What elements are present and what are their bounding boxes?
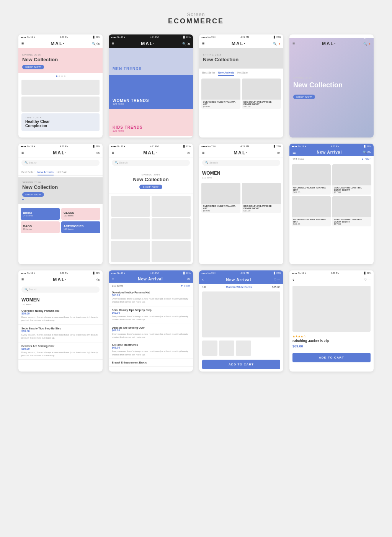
status-center: 4:21 PM bbox=[331, 36, 339, 38]
nav-icons[interactable]: ♡ ⋯ bbox=[364, 278, 371, 282]
cat-bags[interactable]: BAGS 93 items bbox=[21, 221, 60, 233]
product-card-4[interactable]: BDG DOLPHIN LOW-RISE DENIM SHORT $17.00 bbox=[332, 196, 371, 226]
menu-icon[interactable]: ☰ bbox=[112, 151, 114, 154]
product-price-3: $69.00 bbox=[293, 223, 329, 225]
men-trends-label: Men Trends bbox=[113, 67, 189, 71]
add-to-cart-button[interactable]: ADD TO CART bbox=[202, 360, 280, 369]
tab-new-arrivals[interactable]: New Arrivals bbox=[38, 170, 54, 175]
product-card-1[interactable]: OVERSIZED NUBBY PANAMA HAT $69.00 bbox=[292, 164, 331, 195]
hero-gray: SPRING 2016 New Collection bbox=[199, 48, 283, 69]
menu-icon[interactable]: ☰ bbox=[202, 151, 204, 154]
product-card-1[interactable]: OVERSIZED NUBBY PANAMA HAT $69.00 bbox=[201, 79, 240, 109]
screens-row-1: ●●●● No.13 ♥ 4:21 PM ▊ 22% ☰ MAL· 🔍 🛍 SP… bbox=[18, 34, 374, 138]
add-to-cart-button[interactable]: ADD TO CART bbox=[292, 353, 371, 362]
cat-glass[interactable]: GLASS 123 items bbox=[61, 208, 100, 220]
nav-icons[interactable]: 🛍 bbox=[187, 277, 190, 281]
screens-row-2: ●●●● No.13 ♥ 4:21 PM ▊ 22% ☰ MAL· 🛍 🔍 Se… bbox=[18, 144, 374, 264]
product-name-4: BDG DOLPHIN LOW-RISE DENIM SHORT bbox=[334, 218, 370, 223]
back-icon[interactable]: ☰ bbox=[292, 150, 296, 154]
brand-logo: MAL· bbox=[234, 150, 248, 156]
spring-label: SPRING 2016 bbox=[22, 181, 99, 183]
menu-icon[interactable]: ☰ bbox=[21, 42, 24, 45]
spring-label: SPRING 2016 bbox=[293, 77, 312, 79]
cat-accessories[interactable]: ACESSORIES 113 items bbox=[61, 221, 100, 233]
kids-trends-banner[interactable]: Kids Trends 125 items bbox=[109, 109, 193, 136]
tab-new-arrivals[interactable]: New Arrivals bbox=[218, 70, 234, 76]
nav-icons[interactable]: 🔍 ● bbox=[363, 42, 371, 46]
product-image-1 bbox=[201, 183, 240, 204]
nav-icons[interactable]: 🔍 🛍 bbox=[92, 42, 100, 46]
list-item-1[interactable]: Oversized Nubby Panama Hat $69.00 Every … bbox=[109, 289, 193, 306]
nav-bar-blue: ☰ New Arrival 🛍 bbox=[109, 275, 193, 283]
list-item-3[interactable]: Dentists Are Smiling Over $69.00 Every s… bbox=[18, 342, 103, 360]
list-item-2[interactable]: Sedu Beauty Tips Step By Step $69.00 Eve… bbox=[18, 325, 103, 342]
tab-bar: Best Seller New Arrivals Hot Sale bbox=[18, 168, 103, 176]
status-center: 4:21 PM bbox=[240, 272, 249, 274]
thumb-3[interactable] bbox=[236, 341, 251, 356]
menu-icon[interactable]: ☰ bbox=[112, 42, 114, 45]
menu-icon[interactable]: ☰ bbox=[292, 42, 295, 45]
search-bar[interactable]: 🔍 Search bbox=[202, 160, 280, 166]
search-bar[interactable]: 🔍 Search bbox=[112, 160, 190, 166]
list-item-3[interactable]: Dentists Are Smiling Over $69.00 Every s… bbox=[109, 324, 193, 342]
tab-best-seller[interactable]: Best Seller bbox=[21, 170, 34, 175]
screen-9: ●●●● No.13 ♥ 4:21 PM ▊ 22% ☰ MAL· 🛍 🔍 Se… bbox=[18, 270, 103, 372]
status-right: ▊ 22% bbox=[364, 272, 371, 274]
women-trends-banner[interactable]: Women Trends 125 items bbox=[109, 75, 193, 109]
product-info-1: OVERSIZED NUBBY PANAMA HAT $69.00 bbox=[201, 204, 240, 213]
search-bar[interactable]: 🔍 Search bbox=[21, 287, 100, 293]
tab-hot-sale[interactable]: Hot Sale bbox=[237, 70, 248, 76]
nav-icons[interactable]: 🛍 bbox=[277, 151, 280, 155]
cat-bikini[interactable]: BIKINI 246 items bbox=[21, 208, 60, 220]
product-card-2[interactable]: BDG DOLPHIN LOW-RISE DENIM SHORT $37.00 bbox=[242, 183, 281, 213]
product-detail-price: $69.00 bbox=[289, 344, 374, 350]
tab-best-seller[interactable]: Best Seller bbox=[202, 70, 215, 76]
nav-icons[interactable]: 🔍 🛍 bbox=[363, 151, 371, 154]
menu-icon[interactable]: ☰ bbox=[21, 151, 24, 154]
back-icon[interactable]: ☰ bbox=[112, 278, 114, 281]
search-bar[interactable]: 🔍 Search bbox=[21, 160, 100, 166]
list-item-5[interactable]: Breast Enhancement Erotic bbox=[109, 359, 193, 367]
status-center: 4:21 PM bbox=[60, 145, 68, 147]
nav-icons[interactable]: 🛍 bbox=[187, 151, 190, 155]
product-info-1: OVERSIZED NUBBY PANAMA HAT $69.00 bbox=[201, 100, 240, 109]
list-item-desc-4: Every season, there's always a new must-… bbox=[112, 350, 190, 356]
shop-now-button[interactable]: SHOP NOW bbox=[293, 95, 315, 99]
menu-icon[interactable]: ☰ bbox=[21, 278, 24, 281]
hero-banner: SPRING 2016 New Collection SHOP NOW bbox=[18, 48, 103, 73]
screen-10: ●●●● No.13 ♥ 4:21 PM ▊ 22% ☰ New Arrival… bbox=[109, 270, 193, 372]
list-item-name-3: Dentists Are Smiling Over bbox=[21, 345, 100, 347]
list-item-desc-1: Every season, there's always a new must-… bbox=[112, 297, 190, 304]
nav-icons[interactable]: 🔍 🛍 bbox=[182, 42, 190, 46]
list-item-2[interactable]: Sedu Beauty Tips Step By Step $69.00 Eve… bbox=[109, 306, 193, 324]
menu-icon[interactable]: ☰ bbox=[202, 42, 204, 45]
kids-trends-sub: 125 items bbox=[113, 129, 189, 132]
status-center: 4:21 PM bbox=[60, 272, 68, 274]
screen-7: ●●●● No.13 ♥ 4:21 PM ▊ 22% ☰ MAL· 🛍 🔍 Se… bbox=[199, 144, 283, 264]
product-card-2[interactable]: BDG DOLPHIN LOW-RISE DENIM SHORT $17.00 bbox=[332, 164, 371, 195]
shop-now-button[interactable]: SHOP NOW bbox=[22, 65, 44, 69]
shop-now-button[interactable]: SHOP NOW bbox=[139, 185, 162, 189]
nav-icons[interactable]: 🔍 ● bbox=[273, 42, 280, 46]
list-item-1[interactable]: Oversized Nubby Panama Hat $69.00 Every … bbox=[18, 307, 103, 325]
product-card-1[interactable]: OVERSIZED NUBBY PANAMA HAT $69.00 bbox=[201, 183, 240, 213]
brand-logo: MAL· bbox=[51, 41, 65, 46]
men-trends-banner[interactable]: Men Trends bbox=[109, 48, 193, 75]
product-info-2: BDG DOLPHIN LOW-RISE DENIM SHORT $37.00 bbox=[242, 100, 281, 109]
nav-icons[interactable]: ♡ ⋯ bbox=[274, 278, 280, 282]
product-card-2[interactable]: BDG DOLPHIN LOW-RISE DENIM SHORT $37.00 bbox=[242, 79, 281, 109]
blank-img-1 bbox=[111, 196, 150, 217]
shop-now-button[interactable]: SHOP NOW bbox=[22, 192, 44, 197]
filter-button[interactable]: ▼ Filter bbox=[181, 285, 190, 287]
back-arrow[interactable]: ‹ bbox=[202, 277, 204, 282]
thumb-1[interactable] bbox=[202, 341, 217, 356]
filter-button[interactable]: ▼ Filter bbox=[361, 158, 371, 160]
tab-hot-sale[interactable]: Hot Sale bbox=[57, 170, 67, 175]
nav-icons[interactable]: 🛍 bbox=[96, 278, 100, 282]
screen-title: ECOMMERCE bbox=[168, 17, 224, 25]
list-item-4[interactable]: At Home Treatments $69.00 Every season, … bbox=[109, 341, 193, 359]
product-card-3[interactable]: OVERSIZED NUBBY PANAMA HAT $69.00 bbox=[292, 196, 331, 226]
back-arrow[interactable]: ‹ bbox=[292, 277, 294, 282]
thumb-2[interactable] bbox=[219, 341, 234, 356]
nav-icons[interactable]: 🛍 bbox=[96, 151, 100, 155]
